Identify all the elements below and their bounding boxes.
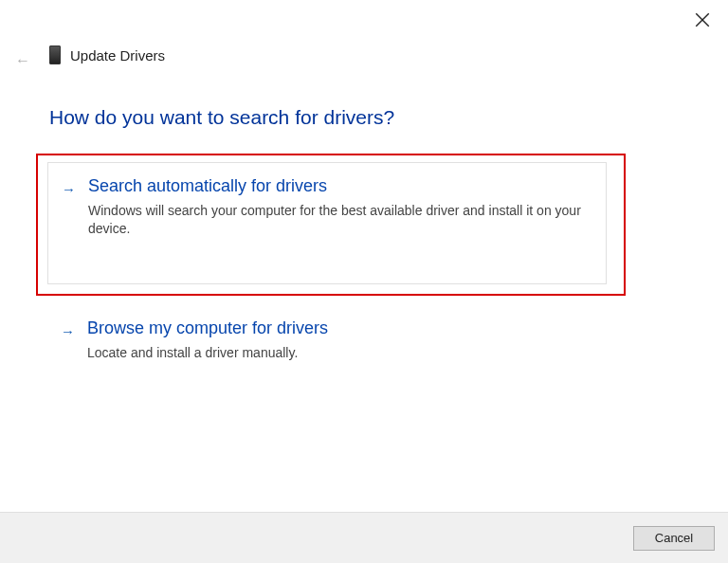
window-title: Update Drivers [70,47,165,64]
device-icon [49,45,61,64]
back-arrow-icon: ← [15,52,30,69]
arrow-right-icon: → [61,323,75,339]
option-auto-desc: Windows will search your computer for th… [88,202,589,238]
page-heading: How do you want to search for drivers? [49,106,394,129]
option-search-automatically[interactable]: → Search automatically for drivers Windo… [47,162,607,284]
option-browse-desc: Locate and install a driver manually. [87,344,590,362]
footer-bar: Cancel [0,512,728,563]
arrow-right-icon: → [62,181,76,197]
title-bar: Update Drivers [49,45,165,64]
cancel-button[interactable]: Cancel [633,526,715,551]
option-auto-title: Search automatically for drivers [88,176,589,196]
option-browse-title: Browse my computer for drivers [87,318,590,338]
close-button[interactable] [694,11,711,28]
option-browse-computer[interactable]: → Browse my computer for drivers Locate … [47,305,607,372]
